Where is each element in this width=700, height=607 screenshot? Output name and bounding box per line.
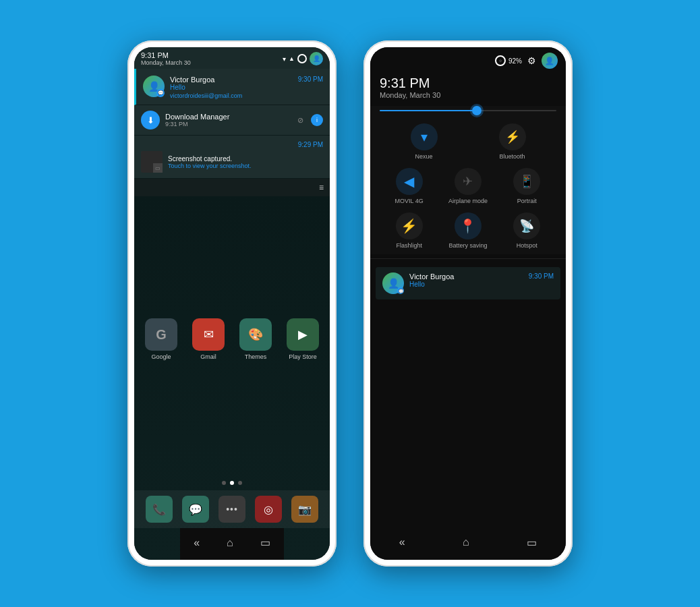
toggle-flashlight[interactable]: ⚡ Flashlight	[386, 212, 433, 249]
notification-message[interactable]: 👤 💬 Victor Burgoa 9:30 PM Hello victordr…	[134, 69, 330, 105]
app-label-gmail: Gmail	[200, 353, 216, 360]
toggle-airplane[interactable]: ✈ Airplane mode	[444, 168, 492, 204]
p2-sender-avatar: 👤 💬	[382, 272, 404, 294]
recents-button-1[interactable]: ▭	[247, 533, 284, 552]
battery-indicator: ○ 92%	[495, 55, 522, 66]
messages-dock-icon: 💬	[189, 503, 202, 516]
back-button-1[interactable]: «	[180, 534, 213, 552]
battery-toggle-icon: 📍	[455, 212, 482, 239]
bt-label: Bluetooth	[499, 153, 525, 160]
p2-status-bar: ○ 92% ⚙ 👤	[370, 47, 566, 71]
brightness-control[interactable]	[370, 106, 566, 118]
phone-2: ○ 92% ⚙ 👤 9:31 PM Monday, March 30 ▾	[363, 40, 573, 567]
signal-toggle-icon: ◀	[396, 168, 423, 195]
gmail-icon: ✉	[192, 318, 225, 351]
brightness-thumb[interactable]	[472, 106, 482, 115]
notification-expand[interactable]: ≡	[134, 179, 330, 196]
wifi-icon: ▾	[283, 55, 286, 63]
signal-icon: ▲	[289, 55, 295, 62]
dock-messages[interactable]: 💬	[182, 496, 209, 523]
airplane-label: Airplane mode	[448, 198, 488, 204]
screenshot-text: Screenshot captured. Touch to view your …	[168, 155, 323, 169]
cancel-button[interactable]: ⊘	[293, 113, 307, 127]
signal-symbol: ◀	[404, 173, 414, 190]
notification-download[interactable]: ⬇ Download Manager 9:31 PM ⊘ i	[134, 105, 330, 136]
chrome-dock-icon: ◎	[264, 503, 273, 516]
toggle-battery-saving[interactable]: 📍 Battery saving	[444, 212, 492, 249]
app-grid-area: G Google ✉ Gmail 🎨 Themes	[136, 203, 328, 475]
notif-time-1: 9:30 PM	[298, 76, 323, 83]
info-button[interactable]: i	[311, 114, 323, 126]
page-dot-2[interactable]	[230, 481, 234, 485]
dock-camera[interactable]: 📷	[291, 496, 318, 523]
toggle-portrait[interactable]: 📱 Portrait	[503, 168, 550, 204]
sender-name: Victor Burgoa	[170, 76, 214, 84]
p2-notification-message[interactable]: 👤 💬 Victor Burgoa Hello 9:30 PM	[376, 267, 560, 299]
home-button-1[interactable]: ⌂	[213, 534, 247, 552]
download-subtitle: 9:31 PM	[165, 121, 288, 127]
download-actions: ⊘ i	[293, 113, 323, 127]
dock: 📞 💬 ••• ◎ 📷	[134, 490, 330, 528]
dock-phone[interactable]: 📞	[146, 496, 173, 523]
p2-notif-time: 9:30 PM	[529, 272, 554, 280]
homescreen-1: G Google ✉ Gmail 🎨 Themes	[134, 196, 330, 560]
battery-saving-label: Battery saving	[448, 242, 487, 249]
phone-1: 9:31 PM Monday, March 30 ▾ ▲ 👤 👤 💬	[127, 40, 337, 567]
divider	[370, 258, 566, 259]
notif-subtitle: Hello	[170, 84, 323, 91]
page-dots	[222, 481, 242, 485]
back-button-2[interactable]: «	[386, 533, 419, 552]
status-date-1: Monday, March 30	[141, 59, 191, 66]
status-left: 9:31 PM Monday, March 30	[141, 51, 191, 66]
settings-icon[interactable]: ⚙	[527, 55, 536, 66]
dock-chrome[interactable]: ◎	[255, 496, 282, 523]
p2-avatar: 👤	[542, 53, 558, 69]
screenshot-mini: ▭	[153, 163, 163, 173]
expand-icon: ≡	[319, 183, 323, 192]
google-icon: G	[145, 318, 177, 351]
flash-symbol: ⚡	[401, 218, 417, 234]
screenshot-thumb: ▭	[141, 151, 163, 173]
battery-percent: 92%	[508, 57, 522, 65]
brightness-track	[380, 110, 556, 111]
toggle-bluetooth[interactable]: ⚡ Bluetooth	[489, 123, 536, 160]
themes-icon: 🎨	[239, 318, 272, 351]
status-time-1: 9:31 PM	[141, 51, 191, 59]
page-dot-3[interactable]	[238, 481, 242, 485]
status-icons-1: ▾ ▲ 👤	[283, 52, 323, 65]
battery-icon	[297, 54, 307, 63]
notification-text: Victor Burgoa 9:30 PM Hello victordroide…	[170, 76, 323, 99]
more-dock-icon: •••	[226, 504, 238, 515]
notification-list-1: 👤 💬 Victor Burgoa 9:30 PM Hello victordr…	[134, 69, 330, 179]
app-gmail[interactable]: ✉ Gmail	[189, 318, 227, 360]
p2-badge: 💬	[397, 287, 404, 294]
app-playstore[interactable]: ▶ Play Store	[284, 318, 322, 360]
screenshot-link: Touch to view your screenshot.	[168, 163, 323, 169]
bt-symbol: ⚡	[505, 129, 520, 144]
portrait-symbol: 📱	[519, 174, 534, 189]
page-dot-1[interactable]	[222, 481, 226, 485]
app-label-themes: Themes	[245, 353, 267, 360]
app-google[interactable]: G Google	[142, 318, 180, 360]
wifi-toggle-icon: ▾	[411, 123, 438, 150]
notification-screenshot[interactable]: 9:29 PM ▭ Screenshot captured. Touch to …	[134, 136, 330, 179]
app-label-playstore: Play Store	[289, 353, 317, 360]
quick-toggles-row2: ◀ MOVIL 4G ✈ Airplane mode 📱 Portrait	[370, 165, 566, 210]
p2-time-area: 9:31 PM Monday, March 30	[370, 71, 566, 106]
screenshot-title: Screenshot captured.	[168, 155, 323, 163]
sender-avatar: 👤 💬	[143, 76, 165, 97]
toggle-wifi[interactable]: ▾ Nexue	[401, 123, 448, 160]
brightness-fill	[380, 110, 477, 111]
status-bar-1: 9:31 PM Monday, March 30 ▾ ▲ 👤	[134, 47, 330, 69]
toggle-signal[interactable]: ◀ MOVIL 4G	[386, 168, 433, 204]
home-button-2[interactable]: ⌂	[449, 533, 483, 552]
toggle-hotspot[interactable]: 📡 Hotspot	[503, 212, 550, 249]
recents-button-2[interactable]: ▭	[513, 533, 550, 552]
dock-more[interactable]: •••	[218, 496, 245, 523]
app-themes[interactable]: 🎨 Themes	[237, 318, 274, 360]
download-icon: ⬇	[141, 111, 160, 129]
p2-notif-message: Hello	[409, 281, 523, 288]
phone-2-screen: ○ 92% ⚙ 👤 9:31 PM Monday, March 30 ▾	[370, 47, 566, 560]
portrait-label: Portrait	[517, 198, 537, 204]
p2-sender-name: Victor Burgoa	[409, 272, 523, 281]
